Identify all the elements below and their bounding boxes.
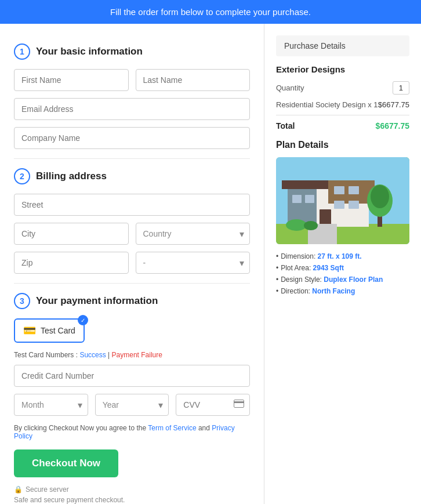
section3-header: 3 Your payment information [14,293,250,309]
email-input[interactable] [14,98,250,120]
state-select-wrapper: - [136,252,251,274]
product-price: $6677.75 [378,100,409,109]
section1-header: 1 Your basic information [14,43,250,60]
cc-number-input[interactable] [14,365,250,387]
plot-detail: Plot Area: 2943 Sqft [276,264,409,272]
zip-state-row: - [14,252,250,274]
divider2 [14,283,250,284]
zip-group [14,252,129,274]
svg-rect-11 [334,186,344,194]
right-panel: Purchase Details Exterior Designs Quanti… [264,24,421,504]
style-detail: Design Style: Duplex Floor Plan [276,275,409,284]
section2-title: Billing address [36,171,107,182]
cc-number-group [14,365,250,387]
credit-card-icon: 💳 [23,324,36,337]
product-row: Residential Society Design x 1 $6677.75 [276,100,409,109]
success-link[interactable]: Success [79,351,106,359]
card-option[interactable]: 💳 Test Card ✓ [14,318,85,343]
month-select[interactable]: Month [14,394,88,416]
svg-rect-8 [292,195,302,203]
plot-label: Plot Area: 2943 Sqft [281,264,344,272]
terms-text: By clicking Checkout Now you agree to th… [14,424,250,440]
quantity-label: Quantity [276,84,304,92]
house-image [276,157,409,244]
section1-title: Your basic information [36,46,143,57]
purchase-details-header: Purchase Details [276,35,409,56]
direction-label: Direction: North Facing [281,287,355,295]
cvv-input-wrapper [176,394,250,416]
product-title: Exterior Designs [276,64,409,74]
dimension-detail: Dimension: 27 ft. x 109 ft. [276,252,409,260]
section1-number: 1 [14,43,30,60]
quantity-row: Quantity 1 [276,81,409,95]
svg-rect-0 [234,400,244,408]
banner-text: Fill the order form below to complete yo… [110,7,311,17]
top-banner: Fill the order form below to complete yo… [0,0,421,24]
lock-icon: 🔒 [14,485,23,494]
card-label: Test Card [41,326,75,335]
country-group: Country [136,223,251,245]
last-name-input[interactable] [136,69,251,91]
country-select[interactable]: Country [136,223,251,245]
cvv-row: Month Year [14,394,250,416]
product-desc: Residential Society Design x 1 [276,100,378,109]
checkout-button[interactable]: Checkout Now [14,449,118,477]
divider1 [14,158,250,159]
state-select[interactable]: - [136,252,251,274]
svg-rect-1 [234,401,244,403]
section2-header: 2 Billing address [14,168,250,184]
last-name-group [136,69,251,91]
email-group [14,98,250,120]
total-label: Total [276,121,295,130]
street-group [14,194,250,216]
city-country-row: Country [14,223,250,245]
plan-details-title: Plan Details [276,140,409,150]
country-select-wrapper: Country [136,223,251,245]
company-group [14,127,250,149]
left-panel: 1 Your basic information [0,24,264,504]
secure-text: 🔒 Secure server [14,485,250,494]
street-input[interactable] [14,194,250,216]
month-select-wrapper: Month [14,394,88,416]
name-row [14,69,250,91]
style-label: Design Style: Duplex Floor Plan [281,275,383,284]
secure-sub: Safe and secure payment checkout. [14,496,250,504]
first-name-group [14,69,129,91]
svg-rect-12 [349,186,359,194]
city-group [14,223,129,245]
zip-input[interactable] [14,252,129,274]
test-card-text: Test Card Numbers : Success | Payment Fa… [14,351,250,359]
state-group: - [136,252,251,274]
dimension-label: Dimension: 27 ft. x 109 ft. [281,252,361,260]
privacy-link[interactable]: Privacy Policy [14,424,235,440]
total-row: Total $6677.75 [276,115,409,130]
svg-point-19 [286,219,307,231]
page-wrapper: Fill the order form below to complete yo… [0,0,421,504]
city-input[interactable] [14,223,129,245]
company-input[interactable] [14,127,250,149]
year-select[interactable]: Year [95,394,169,416]
svg-point-20 [304,221,318,230]
svg-rect-14 [349,201,359,209]
section3-number: 3 [14,293,30,309]
direction-detail: Direction: North Facing [276,287,409,295]
section2-number: 2 [14,168,30,184]
svg-rect-13 [334,201,344,209]
total-price: $6677.75 [376,121,409,130]
svg-point-18 [371,185,389,208]
svg-rect-9 [305,195,314,203]
failure-link[interactable]: Payment Failure [112,351,162,359]
year-select-wrapper: Year [95,394,169,416]
cvv-card-icon [234,400,244,410]
first-name-input[interactable] [14,69,129,91]
check-badge: ✓ [78,315,88,325]
quantity-value: 1 [393,81,409,95]
section3-title: Your payment information [36,295,158,307]
terms-link[interactable]: Term of Service [148,424,196,432]
main-content: 1 Your basic information [0,24,421,504]
